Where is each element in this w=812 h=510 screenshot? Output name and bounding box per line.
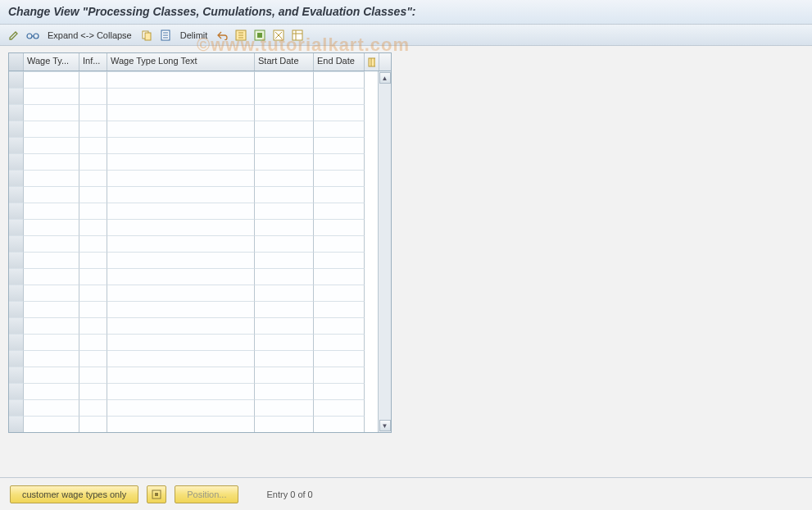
cell-inf[interactable] — [79, 252, 107, 268]
table-row[interactable] — [9, 268, 378, 285]
row-selector[interactable] — [9, 203, 24, 219]
table-row[interactable] — [9, 285, 378, 301]
row-selector[interactable] — [9, 88, 24, 104]
cell-long-text[interactable] — [107, 399, 255, 416]
cell-inf[interactable] — [79, 235, 107, 252]
table-row[interactable] — [9, 219, 378, 235]
cell-long-text[interactable] — [107, 88, 255, 104]
row-selector[interactable] — [9, 350, 24, 367]
col-header-long-text[interactable]: Wage Type Long Text — [107, 53, 255, 71]
cell-end-date[interactable] — [314, 137, 365, 153]
cell-inf[interactable] — [79, 285, 107, 301]
col-header-wage-type[interactable]: Wage Ty... — [24, 53, 79, 71]
cell-inf[interactable] — [79, 268, 107, 285]
cell-wage-type[interactable] — [24, 268, 79, 285]
cell-wage-type[interactable] — [24, 104, 79, 121]
cell-inf[interactable] — [79, 399, 107, 416]
row-selector[interactable] — [9, 268, 24, 285]
row-selector[interactable] — [9, 219, 24, 235]
cell-long-text[interactable] — [107, 350, 255, 367]
row-selector[interactable] — [9, 186, 24, 203]
table-row[interactable] — [9, 71, 378, 88]
row-selector[interactable] — [9, 235, 24, 252]
cell-end-date[interactable] — [314, 235, 365, 252]
cell-wage-type[interactable] — [24, 416, 79, 432]
row-selector[interactable] — [9, 153, 24, 170]
col-header-inf[interactable]: Inf... — [79, 53, 107, 71]
cell-inf[interactable] — [79, 186, 107, 203]
select-block-icon[interactable] — [252, 28, 267, 43]
cell-end-date[interactable] — [314, 285, 365, 301]
row-selector[interactable] — [9, 137, 24, 153]
cell-end-date[interactable] — [314, 219, 365, 235]
cell-long-text[interactable] — [107, 203, 255, 219]
cell-start-date[interactable] — [255, 334, 314, 350]
row-selector[interactable] — [9, 252, 24, 268]
table-row[interactable] — [9, 301, 378, 317]
cell-start-date[interactable] — [255, 285, 314, 301]
cell-long-text[interactable] — [107, 416, 255, 432]
scroll-down-icon[interactable]: ▼ — [379, 420, 391, 431]
document-icon[interactable] — [158, 28, 173, 43]
table-row[interactable] — [9, 235, 378, 252]
copy-icon[interactable] — [139, 28, 154, 43]
cell-start-date[interactable] — [255, 301, 314, 317]
table-row[interactable] — [9, 334, 378, 350]
cell-start-date[interactable] — [255, 137, 314, 153]
cell-inf[interactable] — [79, 104, 107, 121]
cell-inf[interactable] — [79, 137, 107, 153]
cell-end-date[interactable] — [314, 186, 365, 203]
cell-wage-type[interactable] — [24, 317, 79, 334]
cell-wage-type[interactable] — [24, 235, 79, 252]
cell-long-text[interactable] — [107, 71, 255, 88]
table-row[interactable] — [9, 153, 378, 170]
cell-start-date[interactable] — [255, 383, 314, 399]
table-row[interactable] — [9, 88, 378, 104]
cell-start-date[interactable] — [255, 153, 314, 170]
cell-wage-type[interactable] — [24, 399, 79, 416]
row-selector[interactable] — [9, 317, 24, 334]
table-row[interactable] — [9, 104, 378, 121]
cell-inf[interactable] — [79, 416, 107, 432]
row-selector[interactable] — [9, 285, 24, 301]
cell-start-date[interactable] — [255, 219, 314, 235]
expand-collapse-button[interactable]: Expand <-> Collapse — [44, 29, 135, 42]
cell-long-text[interactable] — [107, 285, 255, 301]
cell-long-text[interactable] — [107, 121, 255, 137]
table-row[interactable] — [9, 121, 378, 137]
table-row[interactable] — [9, 383, 378, 399]
cell-start-date[interactable] — [255, 186, 314, 203]
cell-wage-type[interactable] — [24, 203, 79, 219]
col-header-start-date[interactable]: Start Date — [255, 53, 314, 71]
cell-inf[interactable] — [79, 121, 107, 137]
cell-wage-type[interactable] — [24, 334, 79, 350]
cell-wage-type[interactable] — [24, 219, 79, 235]
cell-inf[interactable] — [79, 153, 107, 170]
row-selector-header[interactable] — [9, 53, 24, 71]
cell-end-date[interactable] — [314, 121, 365, 137]
cell-wage-type[interactable] — [24, 252, 79, 268]
cell-wage-type[interactable] — [24, 170, 79, 186]
cell-start-date[interactable] — [255, 203, 314, 219]
cell-wage-type[interactable] — [24, 186, 79, 203]
cell-long-text[interactable] — [107, 153, 255, 170]
cell-wage-type[interactable] — [24, 285, 79, 301]
cell-long-text[interactable] — [107, 235, 255, 252]
cell-end-date[interactable] — [314, 416, 365, 432]
cell-wage-type[interactable] — [24, 350, 79, 367]
cell-wage-type[interactable] — [24, 137, 79, 153]
table-row[interactable] — [9, 170, 378, 186]
cell-long-text[interactable] — [107, 383, 255, 399]
row-selector[interactable] — [9, 416, 24, 432]
cell-inf[interactable] — [79, 88, 107, 104]
cell-end-date[interactable] — [314, 71, 365, 88]
select-all-icon[interactable] — [234, 28, 248, 43]
row-selector[interactable] — [9, 301, 24, 317]
cell-inf[interactable] — [79, 219, 107, 235]
row-selector[interactable] — [9, 170, 24, 186]
cell-long-text[interactable] — [107, 137, 255, 153]
cell-end-date[interactable] — [314, 383, 365, 399]
cell-inf[interactable] — [79, 350, 107, 367]
cell-start-date[interactable] — [255, 104, 314, 121]
cell-wage-type[interactable] — [24, 367, 79, 383]
